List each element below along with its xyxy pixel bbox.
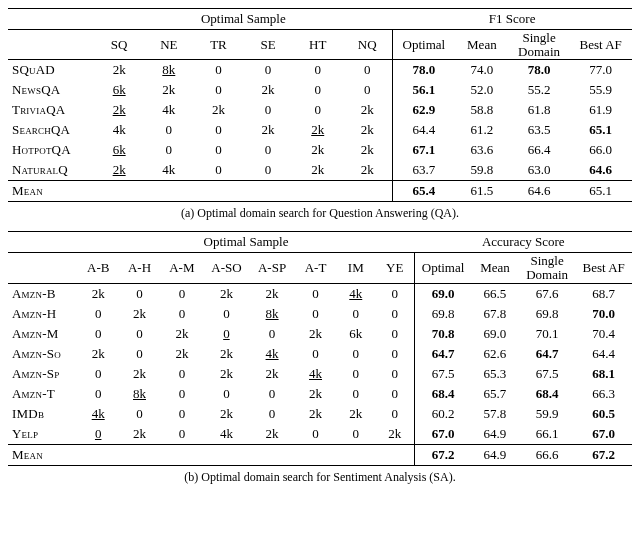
score-cell: 68.4: [519, 384, 576, 404]
table-row: TriviaQA2k4k2k002k62.958.861.861.9: [8, 100, 632, 120]
group-optimal-sample: Optimal Sample: [94, 9, 392, 30]
score-cell: 59.9: [519, 404, 576, 424]
row-label: TriviaQA: [8, 100, 94, 120]
score-cell: 62.9: [392, 100, 455, 120]
sample-cell: 6k: [94, 80, 144, 100]
mean-bestaf-b: 67.2: [575, 444, 632, 465]
col-ht: HT: [293, 30, 343, 60]
sample-cell: 2k: [78, 283, 119, 304]
sample-cell: 2k: [336, 404, 375, 424]
score-cell: 63.5: [509, 120, 569, 140]
sample-cell: 2k: [343, 140, 393, 160]
col-single-domain: SingleDomain: [509, 30, 569, 60]
score-cell: 65.7: [471, 384, 519, 404]
sample-cell: 0: [78, 324, 119, 344]
mean-row: Mean 65.4 61.5 64.6 65.1: [8, 181, 632, 202]
sample-cell: 4k: [144, 160, 194, 181]
sample-cell: 0: [293, 100, 343, 120]
sample-cell: 0: [144, 140, 194, 160]
group-f1-score: F1 Score: [392, 9, 632, 30]
score-cell: 58.8: [455, 100, 509, 120]
sample-cell: 0: [249, 324, 295, 344]
sample-cell: 0: [343, 80, 393, 100]
sample-cell: 0: [204, 304, 250, 324]
sample-cell: 0: [336, 344, 375, 364]
score-cell: 64.6: [569, 160, 632, 181]
score-cell: 70.1: [519, 324, 576, 344]
col-am: A-M: [160, 253, 203, 283]
sample-cell: 0: [78, 384, 119, 404]
table-row: Amzn-H02k008k00069.867.869.870.0: [8, 304, 632, 324]
sample-cell: 2k: [343, 160, 393, 181]
sample-cell: 8k: [144, 60, 194, 81]
sample-cell: 4k: [336, 283, 375, 304]
sample-cell: 2k: [204, 344, 250, 364]
sample-cell: 0: [293, 60, 343, 81]
sample-cell: 0: [295, 304, 336, 324]
col-asp: A-SP: [249, 253, 295, 283]
col-optimal: Optimal: [392, 30, 455, 60]
sample-cell: 4k: [144, 100, 194, 120]
sample-cell: 2k: [119, 304, 160, 324]
score-cell: 69.8: [519, 304, 576, 324]
sample-cell: 2k: [375, 424, 414, 445]
score-cell: 66.4: [509, 140, 569, 160]
score-cell: 70.4: [575, 324, 632, 344]
col-best-af-b: Best AF: [575, 253, 632, 283]
sample-cell: 0: [293, 80, 343, 100]
score-cell: 64.4: [575, 344, 632, 364]
table-row: Amzn-M002k002k6k070.869.070.170.4: [8, 324, 632, 344]
mean-optimal: 65.4: [392, 181, 455, 202]
table-row: Yelp02k04k2k002k67.064.966.167.0: [8, 424, 632, 445]
score-cell: 69.8: [415, 304, 472, 324]
row-label: NewsQA: [8, 80, 94, 100]
table-qa: Optimal Sample F1 Score SQ NE TR SE HT N…: [8, 8, 632, 202]
sample-cell: 2k: [204, 404, 250, 424]
sample-cell: 0: [375, 324, 414, 344]
score-cell: 66.5: [471, 283, 519, 304]
sample-cell: 0: [336, 384, 375, 404]
table-row: NewsQA6k2k02k0056.152.055.255.9: [8, 80, 632, 100]
sample-cell: 0: [144, 120, 194, 140]
sample-cell: 0: [336, 304, 375, 324]
sample-cell: 0: [375, 344, 414, 364]
sample-cell: 2k: [160, 344, 203, 364]
score-cell: 64.9: [471, 424, 519, 445]
sample-cell: 4k: [204, 424, 250, 445]
score-cell: 68.7: [575, 283, 632, 304]
sample-cell: 8k: [119, 384, 160, 404]
sample-cell: 2k: [243, 120, 293, 140]
score-cell: 78.0: [509, 60, 569, 81]
score-cell: 65.3: [471, 364, 519, 384]
sample-cell: 6k: [336, 324, 375, 344]
score-cell: 68.1: [575, 364, 632, 384]
score-cell: 78.0: [392, 60, 455, 81]
score-cell: 56.1: [392, 80, 455, 100]
sample-cell: 2k: [293, 160, 343, 181]
score-cell: 66.0: [569, 140, 632, 160]
col-ne: NE: [144, 30, 194, 60]
score-cell: 52.0: [455, 80, 509, 100]
sample-cell: 2k: [295, 404, 336, 424]
sample-cell: 0: [160, 364, 203, 384]
row-label: Amzn-H: [8, 304, 78, 324]
col-ab: A-B: [78, 253, 119, 283]
col-at: A-T: [295, 253, 336, 283]
sample-cell: 0: [336, 424, 375, 445]
sample-cell: 0: [194, 80, 244, 100]
score-cell: 61.2: [455, 120, 509, 140]
sample-cell: 2k: [293, 120, 343, 140]
score-cell: 59.8: [455, 160, 509, 181]
table-row: SQuAD2k8k000078.074.078.077.0: [8, 60, 632, 81]
sample-cell: 2k: [249, 424, 295, 445]
score-cell: 64.7: [415, 344, 472, 364]
sample-cell: 0: [343, 60, 393, 81]
score-cell: 67.0: [415, 424, 472, 445]
col-best-af: Best AF: [569, 30, 632, 60]
table-row: Amzn-Sp02k02k2k4k0067.565.367.568.1: [8, 364, 632, 384]
sample-cell: 2k: [204, 283, 250, 304]
score-cell: 67.5: [415, 364, 472, 384]
sample-cell: 2k: [293, 140, 343, 160]
sample-cell: 0: [119, 404, 160, 424]
sample-cell: 0: [243, 60, 293, 81]
